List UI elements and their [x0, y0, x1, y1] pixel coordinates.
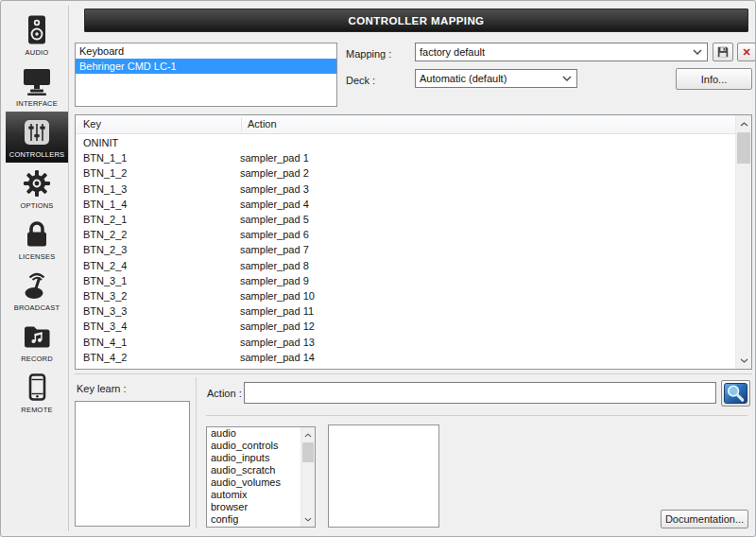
info-button[interactable]: Info... — [676, 68, 752, 90]
sidebar-item-record[interactable]: RECORD — [6, 316, 68, 367]
action-divider — [206, 415, 747, 416]
documentation-button[interactable]: Documentation... — [661, 510, 748, 528]
sidebar-item-options[interactable]: OPTIONS — [6, 163, 68, 214]
key-cell: BTN_3_4 — [76, 320, 240, 332]
table-header: Key Action — [76, 115, 735, 134]
sidebar-item-interface[interactable]: INTERFACE — [6, 61, 68, 112]
list-item[interactable]: browser — [207, 501, 301, 513]
action-cell: sampler_pad 2 — [240, 167, 735, 179]
table-row[interactable]: BTN_3_2 sampler_pad 10 — [76, 288, 735, 303]
deck-select[interactable]: Automatic (default) — [415, 69, 577, 88]
table-row[interactable]: BTN_2_1 sampler_pad 5 — [76, 212, 735, 227]
key-cell: BTN_4_2 — [76, 352, 240, 363]
action-cell: sampler_pad 7 — [240, 244, 735, 255]
table-row[interactable]: BTN_4_2 sampler_pad 14 — [76, 350, 735, 365]
device-item-behringer[interactable]: Behringer CMD LC-1 — [76, 59, 336, 74]
sidebar-label: RECORD — [21, 355, 53, 363]
table-row[interactable]: BTN_2_4 sampler_pad 8 — [76, 258, 735, 273]
action-cell: sampler_pad 14 — [240, 352, 735, 363]
table-row[interactable]: BTN_1_1 sampler_pad 1 — [76, 150, 735, 165]
action-search-input[interactable] — [244, 382, 716, 404]
mapping-table: Key Action ONINIT BTN_1_1 sampler_pad 1 … — [75, 114, 752, 370]
list-item[interactable]: controller — [207, 526, 301, 527]
sidebar-label: INTERFACE — [16, 99, 58, 108]
table-row[interactable]: BTN_1_4 sampler_pad 4 — [76, 197, 735, 212]
action-detail-box[interactable] — [328, 424, 439, 528]
sidebar-item-controllers[interactable]: CONTROLLERS — [6, 112, 68, 163]
key-cell: BTN_2_3 — [76, 244, 240, 255]
key-cell: BTN_2_4 — [76, 260, 240, 271]
list-item[interactable]: audio_controls — [207, 440, 301, 452]
scroll-up-icon[interactable] — [301, 428, 315, 442]
list-item[interactable]: config — [207, 513, 301, 526]
action-cell: sampler_pad 9 — [240, 275, 735, 286]
table-row[interactable]: BTN_3_4 sampler_pad 12 — [76, 319, 735, 334]
key-cell: BTN_1_4 — [76, 199, 240, 210]
key-cell: BTN_3_1 — [76, 275, 240, 286]
table-scrollbar[interactable] — [735, 115, 751, 369]
table-row[interactable]: BTN_3_3 sampler_pad 11 — [76, 303, 735, 319]
sidebar-item-remote[interactable]: REMOTE — [6, 367, 68, 418]
scrollbar-thumb[interactable] — [737, 132, 750, 164]
sidebar-label: OPTIONS — [20, 201, 53, 210]
record-folder-icon — [21, 320, 53, 353]
sidebar-label: REMOTE — [21, 406, 52, 414]
table-body: ONINIT BTN_1_1 sampler_pad 1 BTN_1_2 sam… — [76, 135, 735, 369]
column-header-action[interactable]: Action — [248, 118, 277, 130]
sidebar-item-licenses[interactable]: LICENSES — [6, 214, 68, 265]
key-cell: BTN_1_3 — [76, 183, 240, 195]
table-row[interactable]: BTN_4_1 sampler_pad 13 — [76, 334, 735, 349]
action-cell: sampler_pad 3 — [240, 183, 735, 195]
list-item[interactable]: automix — [207, 489, 301, 501]
phone-icon — [21, 372, 53, 404]
sidebar-item-broadcast[interactable]: BROADCAST — [6, 265, 68, 316]
key-learn-box[interactable] — [75, 401, 190, 527]
scroll-down-icon[interactable] — [301, 512, 315, 526]
action-cell: sampler_pad 8 — [240, 260, 735, 271]
action-cell: sampler_pad 12 — [240, 320, 735, 332]
mapping-select[interactable]: factory default — [415, 43, 708, 61]
sidebar-label: LICENSES — [19, 252, 56, 261]
deck-value: Automatic (default) — [420, 73, 562, 84]
key-learn-label: Key learn : — [77, 383, 127, 394]
scroll-down-icon[interactable] — [736, 353, 751, 368]
sliders-icon — [21, 116, 53, 148]
key-cell: ONINIT — [76, 137, 240, 148]
broadcast-antenna-icon — [21, 269, 53, 302]
search-icon — [724, 383, 747, 404]
device-item-keyboard[interactable]: Keyboard — [76, 43, 336, 59]
delete-mapping-button[interactable]: ✕ — [737, 43, 756, 61]
scrollbar-thumb[interactable] — [302, 442, 314, 462]
table-row[interactable]: BTN_1_3 sampler_pad 3 — [76, 182, 735, 197]
action-cell: sampler_pad 11 — [240, 305, 735, 317]
search-button[interactable] — [721, 380, 750, 407]
category-scrollbar[interactable] — [301, 427, 315, 527]
column-header-key[interactable]: Key — [83, 118, 101, 130]
key-cell: BTN_1_2 — [76, 167, 240, 179]
key-cell: BTN_3_3 — [76, 305, 240, 317]
sidebar-label: BROADCAST — [14, 303, 60, 312]
table-row[interactable]: BTN_1_2 sampler_pad 2 — [76, 165, 735, 181]
section-titlebar: CONTROLLER MAPPING — [84, 9, 748, 32]
table-row[interactable]: BTN_2_2 sampler_pad 6 — [76, 227, 735, 242]
action-cell: sampler_pad 1 — [240, 152, 735, 164]
sidebar-label: AUDIO — [26, 48, 49, 57]
list-item[interactable]: audio — [207, 427, 301, 440]
key-cell: BTN_3_2 — [76, 290, 240, 302]
table-row[interactable]: ONINIT — [76, 135, 735, 150]
sidebar-label: CONTROLLERS — [9, 150, 64, 159]
table-row[interactable]: BTN_3_1 sampler_pad 9 — [76, 273, 735, 288]
controller-mapping-window: AUDIO INTERFACE — [0, 0, 756, 537]
scroll-up-icon[interactable] — [736, 116, 751, 131]
list-item[interactable]: audio_scratch — [207, 464, 301, 476]
vertical-divider — [196, 377, 197, 528]
chevron-down-icon — [562, 76, 573, 81]
action-cell: sampler_pad 6 — [240, 229, 735, 240]
action-cell: sampler_pad 10 — [240, 290, 735, 302]
table-row[interactable]: BTN_2_3 sampler_pad 7 — [76, 242, 735, 257]
save-mapping-button[interactable] — [713, 43, 733, 61]
sidebar-item-audio[interactable]: AUDIO — [6, 9, 68, 61]
list-item[interactable]: audio_volumes — [207, 476, 301, 489]
list-item[interactable]: audio_inputs — [207, 452, 301, 464]
key-cell: BTN_1_1 — [76, 152, 240, 164]
